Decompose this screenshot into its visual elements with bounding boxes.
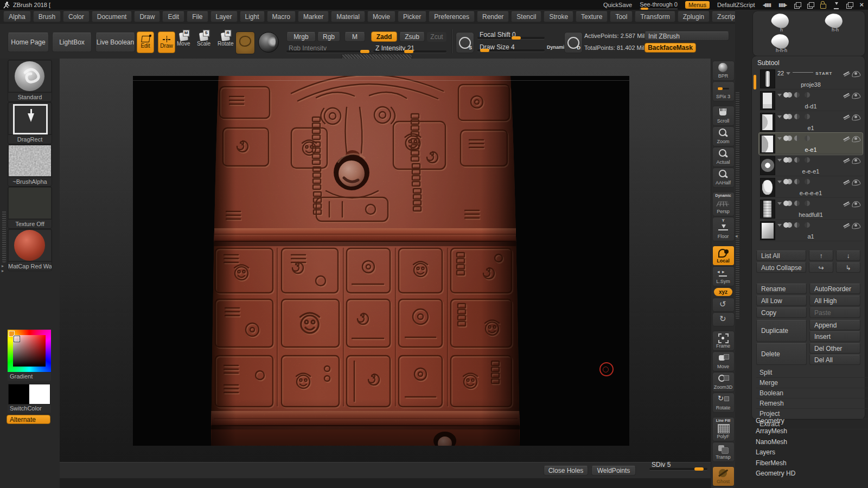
right-shelf-button[interactable]: Move [712,351,735,371]
polypaint-dot-icon[interactable] [783,201,789,206]
list-all-button[interactable]: List All [756,251,806,261]
restore-icon[interactable] [846,4,852,9]
paste-window-icon[interactable] [807,4,813,9]
tool-thumbnail[interactable]: h-h-h [755,34,808,53]
rgb-intensity-handle[interactable] [360,50,369,53]
menu-item[interactable]: Marker [298,11,329,22]
rotate-mode-button[interactable]: R Rotate [218,33,233,47]
menu-item[interactable]: Transform [635,11,675,22]
subtool-row[interactable]: a1 [759,220,863,241]
tool-thumbnail[interactable]: h [755,13,808,33]
alpha-picker[interactable]: ~BrushAlpha [8,144,52,187]
polypaint-toggles[interactable] [777,201,810,206]
polypaint-quarter-icon[interactable] [805,179,810,184]
sculpt-model[interactable] [210,76,520,446]
all-low-button[interactable]: All Low [756,296,807,306]
menu-item[interactable]: Brush [33,11,61,22]
polypaint-half-icon[interactable] [794,222,800,228]
subtool-action-row[interactable]: Merge [756,378,868,388]
auto-collapse-button[interactable]: Auto Collapse [756,262,806,273]
polypaint-dot-icon[interactable] [783,136,789,141]
duplicate-button[interactable]: Duplicate [756,320,807,342]
polypaint-dot-icon[interactable] [783,114,789,119]
right-shelf-button[interactable]: L.Sym [712,266,735,286]
menu-item[interactable]: Picker [398,11,426,22]
close-icon[interactable]: × [859,0,864,10]
polypaint-dot-icon[interactable] [783,157,789,163]
subtool-row[interactable]: e-e-e-e1 [759,176,863,198]
polypaint-toggles[interactable] [777,222,810,228]
visibility-eye-icon[interactable] [852,70,860,76]
polypaint-dot-icon[interactable] [783,92,789,98]
polypaint-dot-icon[interactable] [783,179,789,184]
switchcolor-button[interactable]: SwitchColor [8,404,51,413]
palette-header[interactable]: Geometry HD [735,468,868,479]
visibility-eye-icon[interactable] [852,222,860,228]
polypaint-toggles[interactable] [777,179,810,184]
delete-button[interactable]: Delete [756,343,807,365]
zsub-button[interactable]: Zsub [399,32,425,42]
visibility-eye-icon[interactable] [852,200,860,207]
polypaint-half-icon[interactable] [794,157,800,163]
left-tray-handle[interactable] [2,210,6,262]
copy-button[interactable]: Copy [756,307,807,318]
right-shelf-button[interactable]: Local [712,246,735,266]
all-high-button[interactable]: All High [809,296,860,306]
polypaint-toggles[interactable] [777,136,810,141]
brush-icon[interactable] [843,200,850,207]
document-area[interactable] [133,76,629,446]
menu-item[interactable]: Texture [576,11,608,22]
visibility-eye-icon[interactable] [852,113,860,120]
draw-size-slider[interactable]: Draw Size 4 [477,43,545,53]
polypaint-quarter-icon[interactable] [805,222,810,228]
stroke-picker[interactable]: DragRect [8,102,52,144]
right-shelf-button[interactable]: Line Fill PolyF [712,417,735,441]
home-page-button[interactable]: Home Page [8,33,49,52]
polypaint-quarter-icon[interactable] [805,157,810,163]
right-shelf-button[interactable]: Y Floor [712,217,735,241]
m-button[interactable]: M [344,32,365,42]
right-shelf-button[interactable]: SPix 3 [712,81,735,101]
polypaint-toggles[interactable] [777,157,810,163]
menu-item[interactable]: Edit [162,11,184,22]
sdiv-handle[interactable] [694,467,704,471]
right-shelf-button[interactable] [712,312,735,326]
gradient-label[interactable]: Gradient [8,373,51,381]
minimize-icon[interactable] [834,4,839,9]
move-up-button[interactable]: ↑ [809,251,833,261]
zadd-button[interactable]: Zadd [371,31,397,42]
secondary-color-swatch[interactable] [29,384,50,404]
right-tray-handle[interactable] [736,91,739,319]
polypaint-half-icon[interactable] [794,136,800,141]
palette-header[interactable]: NanoMesh [735,436,868,447]
menu-item[interactable]: Alpha [3,11,31,22]
menu-item[interactable]: Color [63,11,90,22]
subtool-row[interactable]: d-d1 [759,89,863,111]
palette-header[interactable]: Layers [735,447,868,458]
brush-icon[interactable] [843,222,850,228]
right-shelf-button[interactable]: BPR [712,61,735,81]
weld-points-button[interactable]: WeldPoints [591,466,636,476]
menu-item[interactable]: Zplugin [678,11,710,22]
polypaint-dot-icon[interactable] [783,222,789,228]
brush-icon[interactable] [843,178,850,185]
quicksave-button[interactable]: QuickSave [603,2,632,8]
extract-arrow-button[interactable]: ↪ [809,262,833,273]
draw-mode-button[interactable]: Draw [158,31,175,53]
brush-picker[interactable]: Standard [8,60,52,102]
brush-icon[interactable] [843,157,850,163]
pressure-left-icon[interactable]: ◂▮▮▮ [763,0,771,10]
menu-item[interactable]: Preferences [429,11,475,22]
move-down-button[interactable]: ↓ [836,251,860,261]
menu-item[interactable]: Material [331,11,365,22]
menu-item[interactable]: Movie [367,11,395,22]
del-other-button[interactable]: Del Other [809,343,860,354]
draw-size-handle[interactable] [480,49,489,52]
menu-item[interactable]: Draw [134,11,160,22]
close-holes-button[interactable]: Close Holes [544,466,588,476]
subtool-header[interactable]: Subtool [752,56,865,68]
right-shelf-button[interactable]: xyz [712,287,735,297]
palette-header[interactable]: FiberMesh [735,458,868,468]
lock-icon[interactable] [820,4,826,9]
polypaint-quarter-icon[interactable] [805,136,810,141]
